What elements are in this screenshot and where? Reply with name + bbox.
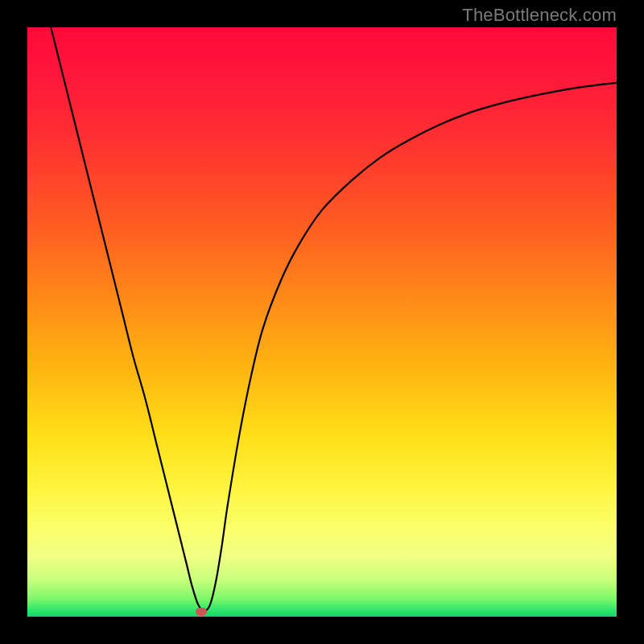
optimum-marker bbox=[196, 608, 207, 616]
plot-area bbox=[27, 27, 617, 617]
chart-frame: TheBottleneck.com bbox=[0, 0, 644, 644]
bottleneck-curve bbox=[27, 27, 617, 617]
watermark-text: TheBottleneck.com bbox=[462, 5, 617, 26]
